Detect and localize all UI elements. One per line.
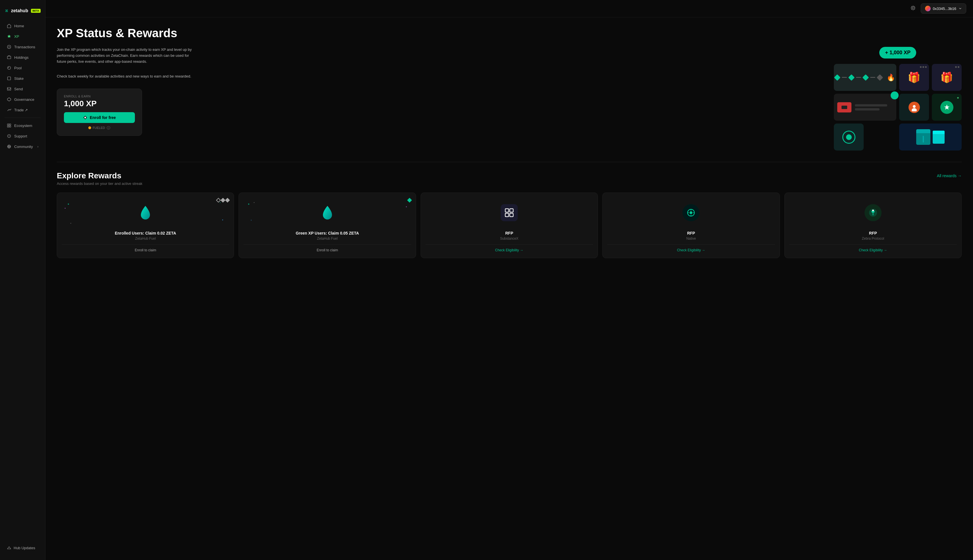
- enroll-button[interactable]: Enroll for free: [64, 112, 135, 123]
- all-rewards-link[interactable]: All rewards →: [937, 173, 961, 178]
- sidebar-item-stake-label: Stake: [14, 77, 23, 81]
- trade-icon: [7, 108, 12, 112]
- gift-box-card: [899, 123, 961, 150]
- enroll-xp: 1,000 XP: [64, 99, 135, 108]
- sidebar-bottom: Hub Updates: [0, 540, 45, 555]
- page-title: XP Status & Rewards: [57, 27, 961, 40]
- reward-provider-2: ZetaHub Fuel: [317, 237, 338, 240]
- reward-provider-4: Native: [686, 237, 696, 240]
- main-nav: Home XP Transactions Holdings Pool: [0, 20, 45, 115]
- svg-point-17: [913, 105, 916, 108]
- svg-point-14: [912, 7, 914, 9]
- sparkle-7: ●: [406, 206, 407, 208]
- sidebar-item-governance[interactable]: Governance: [2, 94, 43, 105]
- sparkles-1: ✦ ● + ✦ ●: [62, 198, 229, 227]
- hub-updates-button[interactable]: Hub Updates: [2, 543, 43, 553]
- flame-icon: 🔥: [887, 73, 895, 82]
- sidebar-item-transactions-label: Transactions: [14, 45, 35, 49]
- sidebar-item-pool[interactable]: Pool: [2, 63, 43, 73]
- svg-rect-4: [8, 77, 11, 80]
- reward-card-rfp-native[interactable]: RFP Native Check Eligibility →: [602, 193, 780, 258]
- sidebar-item-community-label: Community: [14, 145, 33, 149]
- svg-rect-8: [7, 126, 9, 127]
- reward-name-5: RFP: [869, 231, 877, 235]
- enroll-card: ENROLL & EARN 1,000 XP Enroll for free F…: [57, 88, 142, 136]
- theme-toggle-button[interactable]: [909, 4, 917, 13]
- reward-action-5: Check Eligibility →: [789, 245, 957, 252]
- reward-name-4: RFP: [687, 231, 695, 235]
- sidebar-item-transactions[interactable]: Transactions: [2, 42, 43, 52]
- beta-badge: BETA: [31, 9, 41, 13]
- holdings-icon: [7, 55, 12, 60]
- content-thumbnail: [837, 102, 851, 112]
- reward-card-rfp-substancex[interactable]: RFP SubstanceX Check Eligibility →: [421, 193, 598, 258]
- sidebar-item-trade-label: Trade ↗: [14, 108, 28, 112]
- sparkle-2: ●: [65, 207, 66, 209]
- sidebar-item-send[interactable]: Send: [2, 84, 43, 94]
- reward-action-1: Enroll to claim: [62, 245, 229, 252]
- native-icon: [686, 208, 696, 218]
- sidebar-item-stake[interactable]: Stake: [2, 73, 43, 83]
- info-icon: [107, 126, 110, 130]
- sidebar-item-holdings[interactable]: Holdings: [2, 52, 43, 62]
- reward-provider-3: SubstanceX: [500, 237, 518, 240]
- sidebar-item-trade[interactable]: Trade ↗: [2, 105, 43, 115]
- wallet-button[interactable]: 0x3345...3b16: [921, 3, 966, 13]
- fueled-dot: [88, 127, 91, 129]
- sidebar-item-home[interactable]: Home: [2, 21, 43, 31]
- gift-icon-2: 🎁: [940, 72, 953, 83]
- svg-rect-22: [510, 213, 513, 217]
- svg-point-3: [8, 67, 11, 70]
- svg-rect-6: [7, 124, 9, 125]
- logo-text: zetahub: [11, 8, 28, 13]
- chain-diamond-4: [877, 74, 883, 81]
- explore-title: Explore Rewards: [57, 171, 142, 180]
- reward-action-2: Enroll to claim: [243, 245, 411, 252]
- hub-updates-label: Hub Updates: [13, 546, 35, 550]
- sparkle-8: +: [250, 219, 252, 221]
- community-arrow-icon: ›: [37, 145, 38, 148]
- sidebar-item-governance-label: Governance: [14, 97, 34, 102]
- reward-card-rfp-zebra[interactable]: RFP Zebra Protocol Check Eligibility →: [785, 193, 961, 258]
- gift-icon-1: 🎁: [908, 72, 920, 83]
- svg-point-18: [911, 108, 917, 111]
- sidebar-item-xp[interactable]: XP: [2, 31, 43, 42]
- gift-card-2: 🎁: [932, 64, 961, 91]
- sparkle-1: ✦: [67, 203, 70, 206]
- sidebar-item-community[interactable]: Community ›: [2, 142, 43, 152]
- sidebar-item-holdings-label: Holdings: [14, 55, 29, 60]
- enroll-label: ENROLL & EARN: [64, 95, 135, 98]
- explore-title-area: Explore Rewards Access rewards based on …: [57, 171, 142, 186]
- enroll-button-label: Enroll for free: [90, 115, 116, 120]
- reward-provider-1: ZetaHub Fuel: [135, 237, 156, 240]
- reward-card-green-xp[interactable]: ✦ ● + ●: [238, 193, 416, 258]
- gift-card-1: 🎁: [899, 64, 929, 91]
- diamond-icon: [83, 115, 87, 120]
- sparkle-3: +: [220, 201, 221, 204]
- reward-card-enrolled-users[interactable]: ✦ ● + ✦ ●: [57, 193, 234, 258]
- star-sparkle: ✦: [956, 96, 960, 100]
- svg-point-24: [690, 211, 692, 214]
- empty-cell: [866, 123, 896, 150]
- hero-left: Join the XP program which tracks your on…: [57, 47, 808, 150]
- sparkle-4: ✦: [222, 219, 223, 221]
- sidebar-item-ecosystem[interactable]: Ecosystem: [2, 120, 43, 131]
- stake-icon: [7, 76, 12, 81]
- star-bg: [940, 101, 953, 114]
- explore-subtitle: Access rewards based on your tier and ac…: [57, 182, 142, 186]
- reward-icon-area-1: ✦ ● + ✦ ●: [62, 198, 229, 227]
- hero-description-2: Check back weekly for available activiti…: [57, 73, 193, 80]
- star-icon: [943, 103, 951, 111]
- rfp-substancex-logo: [501, 204, 518, 221]
- chain-line-2: [856, 77, 861, 78]
- sidebar-item-support[interactable]: Support: [2, 131, 43, 141]
- star-card: ✦: [932, 94, 961, 121]
- rewards-grid: ✦ ● + ✦ ●: [57, 193, 961, 258]
- chain-diamond-1: [834, 74, 841, 81]
- svg-rect-7: [9, 124, 11, 125]
- chevron-down-icon: [958, 7, 962, 10]
- explore-rewards-section: Explore Rewards Access rewards based on …: [57, 171, 961, 258]
- sparkle-5: ●: [70, 222, 71, 224]
- zebra-icon: [868, 208, 878, 218]
- sparkle-6: ✦: [248, 203, 250, 206]
